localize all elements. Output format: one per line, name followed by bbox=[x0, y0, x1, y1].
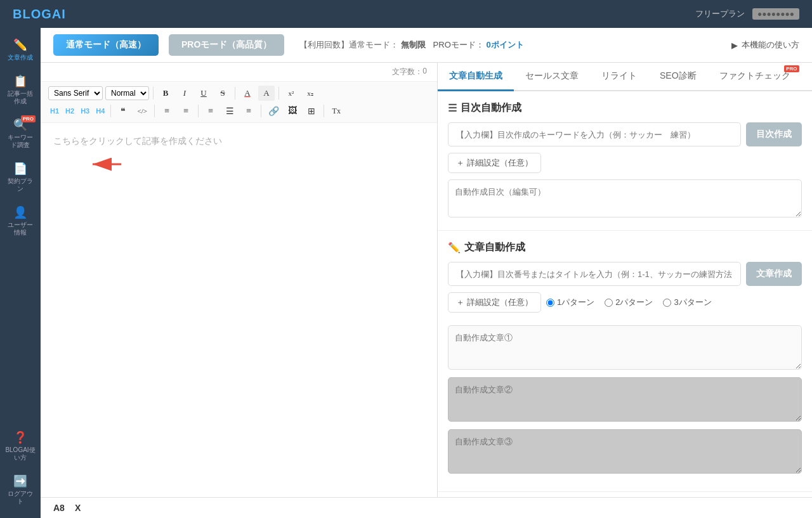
strikethrough-button[interactable]: S bbox=[214, 86, 231, 101]
text-title-input[interactable] bbox=[448, 262, 741, 286]
pro-badge: PRO bbox=[21, 115, 36, 122]
superscript-button[interactable]: x² bbox=[283, 86, 299, 101]
sidebar-item-article-create[interactable]: ✏️ 文章作成 bbox=[3, 33, 38, 67]
tab-rewrite[interactable]: リライト bbox=[590, 63, 648, 91]
pattern1-radio[interactable] bbox=[546, 299, 554, 307]
toolbar-divider-5 bbox=[154, 105, 155, 117]
right-panel: 文章自動生成 セールス文章 リライト SEO診断 ファクトチェック PRO bbox=[438, 63, 812, 497]
header: BLOGAI フリープラン ●●●●●●●● bbox=[0, 0, 812, 28]
toolbar-divider-1 bbox=[153, 87, 154, 100]
toolbar-row-2: H1 H2 H3 H4 ❝ </> ≡ ≡ ≡ ☰ ≡ bbox=[48, 103, 429, 119]
h1-button[interactable]: H1 bbox=[48, 106, 61, 116]
align-left-button[interactable]: ≡ bbox=[202, 103, 219, 119]
sidebar-item-label-article-create: 文章作成 bbox=[8, 54, 33, 62]
font-highlight-button[interactable]: A bbox=[258, 86, 275, 101]
main-layout: ✏️ 文章作成 📋 記事一括作成 PRO 🔍 キーワード調査 📄 契約プラン 👤… bbox=[0, 28, 812, 518]
link-button[interactable]: 🔗 bbox=[265, 103, 282, 119]
toolbar-divider-6 bbox=[198, 105, 199, 117]
auto-text-1[interactable] bbox=[448, 325, 802, 370]
toolbar: Sans Serif Normal B I U S A A bbox=[41, 82, 437, 123]
h2-button[interactable]: H2 bbox=[63, 106, 76, 116]
toc-section: ☰ 目次自動作成 目次作成 ＋ 詳細設定（任意） bbox=[438, 91, 812, 231]
detail-pattern-row: ＋ 詳細設定（任意） 1パターン 2パターン bbox=[448, 292, 802, 319]
text-section: ✏️ 文章自動作成 文章作成 ＋ 詳細設定（任意） bbox=[438, 231, 812, 492]
plan-label: フリープラン bbox=[695, 8, 745, 20]
italic-button[interactable]: I bbox=[176, 86, 193, 101]
align-right-button[interactable]: ≡ bbox=[240, 103, 257, 119]
font-size-select[interactable]: Normal bbox=[105, 86, 149, 100]
tab-auto-generate[interactable]: 文章自動生成 bbox=[438, 63, 514, 91]
toc-textarea[interactable] bbox=[448, 179, 802, 217]
sidebar-item-contract-plan[interactable]: 📄 契約プラン bbox=[3, 157, 38, 198]
sidebar-item-keyword-research[interactable]: PRO 🔍 キーワード調査 bbox=[3, 113, 38, 154]
editor-placeholder: こちらをクリックして記事を作成ください bbox=[53, 136, 222, 146]
editor-body[interactable]: こちらをクリックして記事を作成ください bbox=[41, 123, 437, 497]
pattern2-radio[interactable] bbox=[605, 299, 613, 307]
sidebar-item-logout[interactable]: ➡️ ログアウト bbox=[3, 469, 38, 510]
font-color-button[interactable]: A bbox=[239, 86, 256, 101]
text-create-button[interactable]: 文章作成 bbox=[746, 262, 802, 286]
usage-normal-value: 無制限 bbox=[401, 40, 426, 49]
align-center-button[interactable]: ☰ bbox=[221, 103, 238, 119]
code-button[interactable]: </> bbox=[134, 103, 150, 119]
pattern3-radio[interactable] bbox=[663, 299, 671, 307]
plus-icon-toc: ＋ bbox=[456, 157, 464, 169]
toolbar-divider-7 bbox=[261, 105, 261, 117]
clear-format-button[interactable]: Tx bbox=[328, 103, 344, 119]
editor-panel-layout: 文字数： 0 Sans Serif Normal B I bbox=[41, 63, 812, 497]
table-button[interactable]: ⊞ bbox=[303, 103, 320, 119]
pencil-icon: ✏️ bbox=[448, 242, 461, 254]
sidebar-item-label-article-list: 記事一括作成 bbox=[5, 90, 36, 105]
toc-detail-settings-button[interactable]: ＋ 詳細設定（任意） bbox=[448, 153, 541, 173]
sidebar-item-blogai-usage[interactable]: ❓ BLOGAI使い方 bbox=[3, 425, 38, 467]
text-section-title: ✏️ 文章自動作成 bbox=[448, 241, 802, 254]
sidebar-item-user-info[interactable]: 👤 ユーザー情報 bbox=[3, 200, 38, 242]
auto-text-3[interactable] bbox=[448, 429, 802, 474]
toolbar-divider-3 bbox=[278, 87, 279, 100]
h3-button[interactable]: H3 bbox=[79, 106, 91, 116]
toc-input-row: 目次作成 bbox=[448, 122, 802, 146]
h4-button[interactable]: H4 bbox=[94, 106, 107, 116]
top-bar: 通常モード（高速） PROモード（高品質） 【利用回数】通常モード： 無制限 P… bbox=[41, 28, 812, 63]
font-family-select[interactable]: Sans Serif bbox=[48, 86, 103, 100]
pattern1-label[interactable]: 1パターン bbox=[546, 297, 594, 308]
blockquote-button[interactable]: ❝ bbox=[115, 103, 131, 119]
help-link[interactable]: ▶ 本機能の使い方 bbox=[731, 39, 799, 51]
char-count-label: 文字数： bbox=[392, 67, 422, 77]
mode-normal-button[interactable]: 通常モード（高速） bbox=[53, 34, 159, 56]
image-button[interactable]: 🖼 bbox=[284, 103, 301, 119]
edit-icon: ✏️ bbox=[13, 38, 27, 52]
pattern3-label[interactable]: 3パターン bbox=[663, 297, 711, 308]
toolbar-divider-4 bbox=[110, 105, 111, 117]
subscript-button[interactable]: x₂ bbox=[302, 86, 318, 101]
sidebar-item-article-list[interactable]: 📋 記事一括作成 bbox=[3, 69, 38, 110]
bold-button[interactable]: B bbox=[157, 86, 174, 101]
help-label: 本機能の使い方 bbox=[742, 39, 799, 51]
logo: BLOGAI bbox=[13, 7, 66, 22]
tab-fact-check[interactable]: ファクトチェック PRO bbox=[708, 63, 802, 91]
editor-header: 文字数： 0 bbox=[41, 63, 437, 82]
tab-seo-diagnosis[interactable]: SEO診断 bbox=[648, 63, 708, 91]
editor-area: 文字数： 0 Sans Serif Normal B I bbox=[41, 63, 438, 497]
toc-create-button[interactable]: 目次作成 bbox=[746, 122, 802, 146]
play-icon: ▶ bbox=[731, 41, 738, 50]
mode-pro-button[interactable]: PROモード（高品質） bbox=[169, 34, 284, 56]
pattern2-label[interactable]: 2パターン bbox=[605, 297, 653, 308]
toolbar-divider-2 bbox=[235, 87, 235, 100]
tab-sales-text[interactable]: セールス文章 bbox=[514, 63, 590, 91]
tabs-row: 文章自動生成 セールス文章 リライト SEO診断 ファクトチェック PRO bbox=[438, 63, 812, 91]
text-detail-settings-button[interactable]: ＋ 詳細設定（任意） bbox=[448, 292, 541, 313]
underline-button[interactable]: U bbox=[195, 86, 212, 101]
sidebar-item-label-user: ユーザー情報 bbox=[5, 221, 36, 236]
header-right: フリープラン ●●●●●●●● bbox=[695, 8, 799, 20]
unordered-list-button[interactable]: ≡ bbox=[178, 103, 194, 119]
toolbar-row-1: Sans Serif Normal B I U S A A bbox=[48, 86, 429, 101]
text-input-row: 文章作成 bbox=[448, 262, 802, 286]
auto-text-2[interactable] bbox=[448, 377, 802, 422]
toc-keyword-input[interactable] bbox=[448, 122, 741, 146]
sidebar: ✏️ 文章作成 📋 記事一括作成 PRO 🔍 キーワード調査 📄 契約プラン 👤… bbox=[0, 28, 41, 518]
pro-tag-fact-check: PRO bbox=[784, 65, 799, 72]
ordered-list-button[interactable]: ≡ bbox=[159, 103, 175, 119]
bottom-bar: A8 X bbox=[41, 497, 812, 518]
user-id: ●●●●●●●● bbox=[752, 8, 799, 20]
